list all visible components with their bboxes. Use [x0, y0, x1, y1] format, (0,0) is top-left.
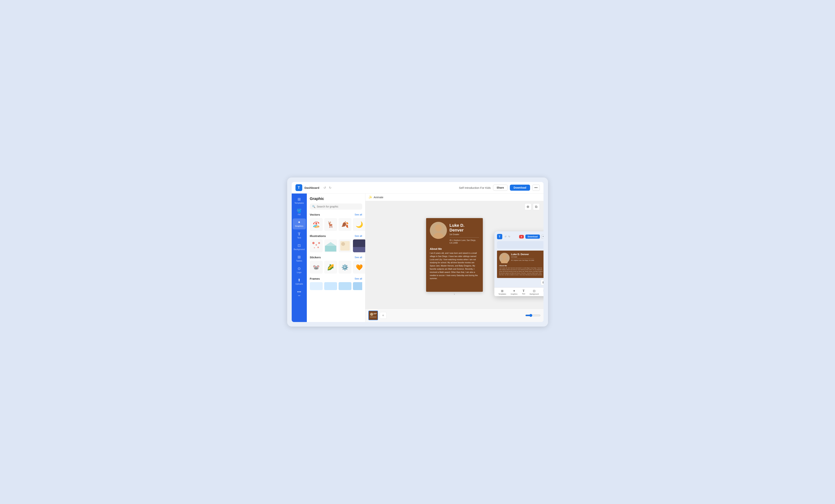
vector-item-1[interactable]: 🏖️: [310, 218, 323, 231]
svg-rect-22: [370, 317, 376, 318]
share-button[interactable]: Share: [493, 185, 508, 191]
illus-item-1[interactable]: [310, 239, 323, 252]
svg-rect-10: [353, 247, 365, 252]
stickers-section-header: Stickers See all: [310, 256, 362, 259]
frame-item-3[interactable]: [339, 282, 351, 290]
mobile-card-name-block: Luke D. Denver 1st Grader 45 L Hepburn L…: [511, 253, 534, 261]
illustrations-grid: ›: [310, 239, 362, 252]
duplicate-button[interactable]: ⧉: [533, 203, 540, 210]
card-grade: 1st Grader: [450, 233, 479, 235]
mobile-undo-button[interactable]: ↺: [504, 235, 507, 238]
sidebar-item-more[interactable]: ••• •••: [293, 288, 306, 299]
svg-point-12: [435, 225, 442, 231]
vectors-see-all[interactable]: See all: [355, 213, 362, 216]
illustrations-see-all[interactable]: See all: [355, 234, 362, 237]
vector-item-3[interactable]: 🍂: [339, 218, 351, 231]
download-button[interactable]: Download: [510, 185, 530, 191]
svg-rect-19: [373, 313, 376, 314]
card-about-title: About Me: [430, 247, 479, 250]
svg-marker-6: [325, 242, 336, 246]
mobile-app-logo: T: [497, 234, 502, 239]
doc-title: Self Introduction For Kids: [459, 186, 491, 189]
sidebar-item-templates[interactable]: ⊞ Templates: [293, 195, 306, 206]
sidebar-text-label: Text: [297, 237, 301, 239]
sidebar-background-label: Background: [293, 248, 305, 251]
mobile-design-card[interactable]: Luke D. Denver 1st Grader 45 L Hepburn L…: [497, 251, 544, 278]
sidebar-item-fill[interactable]: 🪣 Fill: [293, 207, 306, 218]
canvas-toolbar: ⊕ ⧉: [525, 203, 540, 210]
mobile-nav-text[interactable]: T Text: [522, 289, 525, 295]
illus-item-4[interactable]: [353, 239, 365, 252]
design-card[interactable]: Luke D. Denver 1st Grader 45 L Hepburn L…: [426, 218, 483, 292]
svg-rect-7: [340, 241, 350, 251]
canvas-viewport[interactable]: ⊕ ⧉ Luke D. Denve: [365, 201, 544, 309]
page-thumbnail-1[interactable]: [368, 311, 378, 320]
frame-item-4[interactable]: [353, 282, 362, 290]
mobile-nav-background[interactable]: ⊡ Background: [530, 289, 539, 295]
svg-point-1: [315, 244, 317, 246]
sticker-item-2[interactable]: 🌽: [324, 261, 337, 274]
sidebar-item-graphics[interactable]: ✦ Graphics: [293, 218, 306, 229]
sidebar-fill-label: Fill: [298, 213, 300, 216]
add-element-button[interactable]: ⊕: [525, 203, 531, 210]
mobile-graphics-label: Graphics: [511, 293, 517, 295]
redo-button[interactable]: ↻: [328, 185, 332, 190]
stickers-grid: 🐭 🌽 ⚙️ 🧡 ›: [310, 261, 362, 274]
mobile-layout-button[interactable]: ⊟: [541, 279, 544, 285]
logo-icon: ⊙: [298, 267, 301, 270]
vectors-grid: 🏖️ 🦌 🍂 🌙 ›: [310, 218, 362, 231]
mobile-nav-templates[interactable]: ⊞ Templates: [498, 289, 506, 295]
illustrations-section-header: Illustrations See all: [310, 234, 362, 237]
sidebar-item-tables[interactable]: ⊞ Tables: [293, 253, 306, 264]
frame-item-2[interactable]: [324, 282, 337, 290]
sticker-item-4[interactable]: 🧡: [353, 261, 365, 274]
app-logo: T: [296, 184, 302, 191]
text-icon: T: [298, 232, 300, 236]
mobile-download-button[interactable]: Download: [525, 234, 540, 239]
canvas-collapse-arrow[interactable]: ˅: [453, 293, 456, 298]
mobile-card-photo: [499, 253, 510, 263]
svg-rect-17: [369, 311, 377, 319]
search-input[interactable]: [317, 205, 360, 208]
sidebar-item-background[interactable]: ⊡ Background: [293, 242, 306, 252]
add-page-button[interactable]: +: [380, 312, 387, 319]
panel-title: Graphic: [310, 196, 362, 201]
svg-point-3: [314, 247, 315, 248]
animate-icon: ✨: [368, 195, 372, 199]
card-name: Luke D. Denver: [450, 223, 479, 233]
sticker-item-3[interactable]: ⚙️: [339, 261, 351, 274]
mobile-nav-graphics[interactable]: ✦ Graphics: [511, 289, 517, 295]
svg-rect-20: [373, 314, 376, 314]
animate-label[interactable]: Animate: [374, 196, 383, 199]
sidebar-item-uploads[interactable]: ⬆ Uploads: [293, 276, 306, 287]
sidebar-item-text[interactable]: T Text: [293, 230, 306, 241]
dashboard-label: Dashboard: [305, 186, 319, 189]
zoom-slider[interactable]: [525, 314, 541, 317]
sidebar-logo-label: Logo: [297, 271, 301, 274]
graphics-icon: ✦: [298, 220, 301, 224]
sidebar-item-logo[interactable]: ⊙ Logo: [293, 265, 306, 275]
mobile-more-button[interactable]: •••: [542, 234, 544, 239]
mobile-nav-more[interactable]: L L: [543, 289, 544, 295]
vector-item-2[interactable]: 🦌: [324, 218, 337, 231]
frame-item-1[interactable]: [310, 282, 323, 290]
mobile-background-icon: ⊡: [533, 289, 535, 293]
frames-see-all[interactable]: See all: [355, 277, 362, 280]
mobile-card-address: 45 L Hepburn Lane, San Diego, CA 13488: [511, 258, 534, 261]
mobile-redo-button[interactable]: ↻: [508, 235, 511, 238]
sidebar-tables-label: Tables: [296, 260, 302, 262]
vector-item-4[interactable]: 🌙: [353, 218, 365, 231]
sticker-item-1[interactable]: 🐭: [310, 261, 323, 274]
more-options-button[interactable]: •••: [532, 185, 540, 191]
mobile-canvas-area: [497, 241, 544, 249]
stickers-see-all[interactable]: See all: [355, 256, 362, 259]
mobile-background-label: Background: [530, 293, 539, 295]
illus-item-3[interactable]: [339, 239, 351, 252]
mobile-templates-label: Templates: [498, 293, 506, 295]
sidebar-templates-label: Templates: [294, 202, 304, 204]
undo-button[interactable]: ↺: [322, 185, 327, 190]
illus-item-2[interactable]: [324, 239, 337, 252]
main-layout: ⊞ Templates 🪣 Fill ✦ Graphics T Text ⊡ B…: [292, 193, 544, 322]
uploads-icon: ⬆: [298, 278, 301, 282]
mobile-card-header: Luke D. Denver 1st Grader 45 L Hepburn L…: [499, 253, 544, 263]
